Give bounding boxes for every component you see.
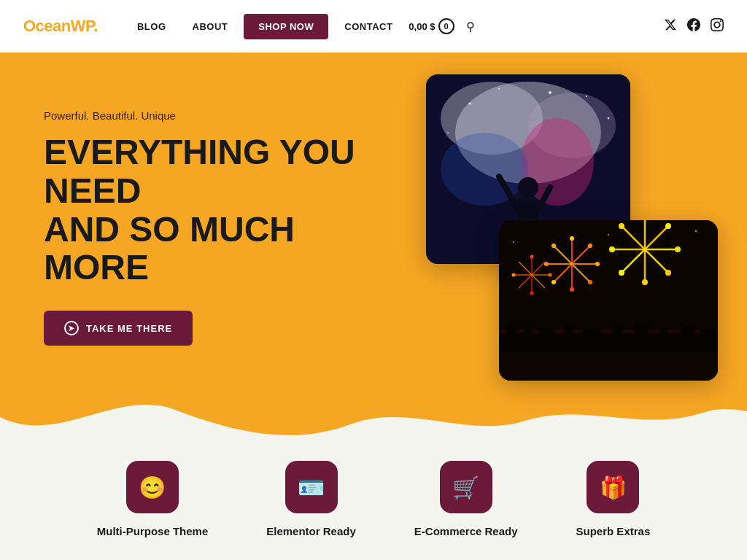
- hero-cta-button[interactable]: ➤ TAKE ME THERE: [44, 311, 193, 346]
- hero-image-card-2: [499, 220, 718, 381]
- feature-label-ecommerce: E-Commerce Ready: [414, 525, 518, 537]
- hero-images: [411, 74, 718, 395]
- svg-point-62: [619, 223, 624, 229]
- svg-rect-24: [539, 328, 554, 351]
- svg-point-75: [530, 292, 534, 295]
- svg-point-7: [586, 96, 587, 97]
- svg-point-10: [549, 91, 551, 94]
- svg-point-58: [675, 246, 681, 252]
- feature-multipurpose: 😊 Multi-Purpose Theme: [97, 461, 209, 537]
- svg-point-76: [608, 234, 609, 236]
- features-section: 😊 Multi-Purpose Theme 🪪 Elementor Ready …: [0, 446, 747, 560]
- feature-ecommerce: 🛒 E-Commerce Ready: [414, 461, 518, 537]
- nav-item-blog[interactable]: BLOG: [127, 15, 177, 38]
- hero-title-line1: EVERYTHING YOU NEED: [44, 133, 355, 210]
- cart-badge: 0: [438, 18, 454, 34]
- svg-point-11: [498, 88, 500, 90]
- feature-icon-elementor: 🪪: [285, 461, 338, 513]
- instagram-icon[interactable]: [711, 18, 724, 35]
- hero-title: EVERYTHING YOU NEED AND SO MUCH MORE: [44, 133, 409, 287]
- hero-subtitle: Powerful. Beautiful. Unique: [44, 109, 409, 122]
- main-nav: BLOG ABOUT SHOP NOW CONTACT 0,00 $ 0 ⚲: [127, 14, 664, 39]
- feature-elementor: 🪪 Elementor Ready: [266, 461, 356, 537]
- svg-point-13: [518, 177, 538, 198]
- svg-rect-23: [525, 322, 532, 351]
- svg-point-61: [609, 246, 615, 252]
- svg-rect-31: [700, 330, 718, 351]
- svg-point-40: [570, 236, 574, 241]
- nav-item-about[interactable]: ABOUT: [182, 15, 239, 38]
- svg-point-77: [695, 230, 697, 233]
- nav-item-shop[interactable]: SHOP NOW: [244, 14, 328, 39]
- feature-icon-extras: 🎁: [587, 461, 639, 513]
- cart-price: 0,00 $: [409, 21, 435, 32]
- svg-point-6: [469, 103, 471, 105]
- svg-rect-29: [659, 328, 668, 351]
- nav-item-contact[interactable]: CONTACT: [334, 15, 403, 38]
- wave-divider: [0, 373, 747, 446]
- svg-point-47: [570, 287, 574, 292]
- hero-cta-label: TAKE ME THERE: [86, 323, 172, 334]
- hero-title-line2: AND SO MUCH MORE: [44, 210, 295, 287]
- logo[interactable]: OceanWP.: [23, 17, 98, 36]
- svg-rect-30: [681, 324, 694, 351]
- svg-rect-28: [634, 322, 649, 351]
- svg-point-57: [665, 223, 671, 229]
- feature-label-elementor: Elementor Ready: [266, 525, 356, 537]
- social-icons: [664, 18, 724, 35]
- svg-point-63: [642, 279, 648, 285]
- svg-point-8: [608, 117, 610, 120]
- hero-section: Powerful. Beautiful. Unique EVERYTHING Y…: [0, 52, 747, 446]
- svg-rect-26: [583, 330, 601, 351]
- svg-point-5: [441, 133, 528, 206]
- feature-icon-ecommerce: 🛒: [440, 461, 492, 513]
- hero-content: Powerful. Beautiful. Unique EVERYTHING Y…: [44, 109, 409, 346]
- facebook-icon[interactable]: [687, 18, 700, 35]
- svg-point-59: [665, 270, 671, 276]
- card2-fireworks-svg: [499, 220, 718, 381]
- feature-label-extras: Superb Extras: [576, 525, 651, 537]
- cta-icon: ➤: [64, 321, 79, 335]
- search-icon[interactable]: ⚲: [466, 20, 475, 34]
- feature-icon-multipurpose: 😊: [126, 461, 179, 513]
- svg-point-44: [551, 280, 556, 284]
- svg-point-60: [619, 270, 624, 276]
- svg-point-42: [595, 262, 600, 266]
- feature-extras: 🎁 Superb Extras: [576, 461, 651, 537]
- logo-text: OceanWP: [23, 17, 93, 35]
- svg-point-78: [513, 241, 514, 243]
- svg-point-43: [588, 280, 592, 284]
- svg-rect-27: [612, 326, 623, 351]
- svg-point-46: [551, 244, 556, 248]
- svg-point-73: [549, 273, 552, 277]
- svg-rect-22: [506, 326, 517, 351]
- header: OceanWP. BLOG ABOUT SHOP NOW CONTACT 0,0…: [0, 0, 747, 52]
- logo-dot: .: [93, 17, 98, 35]
- twitter-icon[interactable]: [664, 18, 677, 35]
- svg-point-74: [512, 273, 516, 277]
- cart-button[interactable]: 0,00 $ 0: [409, 18, 454, 34]
- svg-point-72: [530, 255, 534, 259]
- svg-point-9: [447, 132, 449, 133]
- svg-point-41: [588, 244, 592, 248]
- feature-label-multipurpose: Multi-Purpose Theme: [97, 525, 209, 537]
- svg-rect-25: [565, 324, 573, 351]
